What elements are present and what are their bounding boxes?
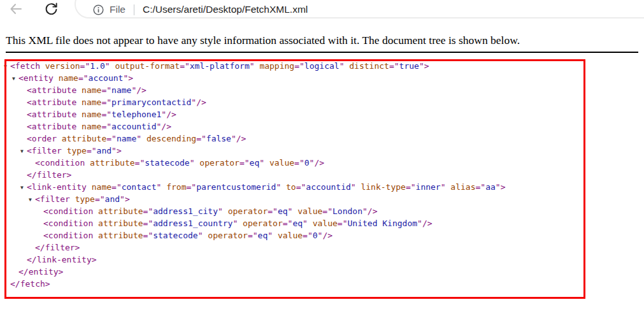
collapse-arrow-icon[interactable]: ▼ [20, 145, 27, 157]
xml-tag-token [76, 110, 82, 119]
page-info-icon[interactable] [93, 4, 104, 15]
collapse-arrow-icon[interactable]: ▼ [12, 73, 18, 85]
xml-tag-token: " [417, 219, 422, 228]
xml-tag-token: =" [80, 61, 90, 71]
xml-tag-token: " [198, 231, 203, 240]
url-text[interactable]: C:/Users/areti/Desktop/FetchXML.xml [143, 4, 308, 15]
xml-tag-token: <condition [43, 206, 93, 216]
xml-attr-value-token: address1_city [153, 206, 218, 216]
collapse-arrow-icon[interactable]: ▼ [4, 61, 10, 73]
xml-attr-value-token: eq [292, 219, 303, 228]
xml-attr-value-token: telephone1 [111, 110, 161, 119]
xml-tag-token [281, 182, 286, 192]
xml-tag-token: <condition [35, 158, 85, 168]
xml-attr-value-token: eq [250, 158, 260, 168]
xml-tag-token: </entity> [18, 267, 63, 276]
xml-tag-token: =" [143, 206, 154, 216]
xml-attr-name-token: value [297, 206, 322, 216]
xml-attr-value-token: xml-platform [190, 61, 250, 71]
xml-attr-name-token: operator [208, 231, 248, 240]
file-scheme-label: File [110, 4, 125, 15]
collapse-arrow-icon[interactable]: ▼ [20, 182, 27, 194]
xml-tag-token: " [303, 219, 308, 228]
xml-tag-token: <condition [43, 231, 93, 240]
xml-tag-token: " [120, 194, 125, 204]
xml-line: <condition attribute="statecode" operato… [0, 229, 644, 241]
xml-attr-value-token: address1_country [153, 219, 233, 228]
xml-tag-token [93, 231, 98, 240]
xml-tag-token: =" [111, 182, 122, 192]
xml-tag-token: <fetch [10, 61, 40, 71]
xml-attr-name-token: type [67, 146, 87, 155]
xml-attr-value-token: United Kingdom [348, 219, 418, 228]
xml-line: <order attribute="name" descending="fals… [0, 133, 644, 145]
xml-tag-token: " [268, 231, 273, 240]
xml-tag-token: " [231, 134, 236, 143]
xml-tag-token: =" [101, 122, 111, 131]
xml-tag-token [70, 194, 75, 204]
xml-tag-token: <link-entity [27, 182, 87, 192]
xml-tag-token: " [161, 110, 166, 119]
xml-tag-token: /> [236, 134, 247, 143]
xml-attr-name-token: name [82, 122, 101, 131]
xml-tag-token: =" [322, 206, 333, 216]
xml-attr-value-token: London [333, 206, 362, 216]
xml-attr-value-token: statecode [145, 158, 189, 168]
xml-tag-token: =" [406, 182, 416, 192]
xml-tag-token [85, 158, 90, 168]
xml-tag-token: " [419, 61, 424, 71]
xml-tag-token: =" [143, 219, 154, 228]
xml-tag-token: =" [95, 194, 105, 204]
xml-tag-token: =" [180, 61, 190, 71]
xml-tag-token [87, 182, 92, 192]
xml-attr-name-token: name [82, 110, 101, 119]
xml-tag-token: <filter [27, 146, 62, 155]
xml-attr-name-token: name [82, 85, 101, 95]
xml-attr-name-token: attribute [62, 134, 106, 143]
xml-tag-token [93, 219, 98, 228]
xml-tag-token: /> [368, 206, 378, 216]
xml-tag-token: /> [136, 85, 147, 95]
xml-tag-token: /> [322, 231, 333, 240]
xml-attr-value-token: 1.0 [90, 61, 104, 71]
xml-tag-token: " [111, 146, 117, 155]
xml-line: ▼<link-entity name="contact" from="paren… [0, 181, 644, 193]
xml-attr-value-token: eq [258, 231, 268, 240]
xml-line: <condition attribute="statecode" operato… [0, 157, 644, 169]
xml-tag-token [76, 122, 82, 131]
xml-tag-token [76, 85, 82, 95]
xml-tag-token: /> [314, 158, 324, 168]
xml-attr-name-token: value [269, 158, 294, 168]
xml-tag-token: " [218, 206, 223, 216]
xml-tag-token: =" [268, 206, 278, 216]
xml-tag-token: =" [248, 231, 258, 240]
xml-tag-token [40, 61, 45, 71]
xml-tag-token: > [128, 73, 133, 83]
xml-attr-name-token: name [82, 97, 101, 107]
xml-attr-value-token: primarycontactid [111, 97, 191, 107]
xml-attr-value-token: false [206, 134, 231, 143]
xml-tag-token: " [250, 61, 255, 71]
xml-tag-token: /> [422, 219, 433, 228]
xml-attr-value-token: aa [485, 182, 496, 192]
xml-attr-value-token: 0 [313, 231, 318, 240]
xml-line: <attribute name="name"/> [0, 84, 644, 96]
xml-attr-name-token: operator [243, 219, 283, 228]
xml-tag-token: > [117, 146, 122, 155]
collapse-arrow-icon[interactable]: ▼ [29, 194, 35, 206]
xml-tag-token: =" [303, 231, 313, 240]
xml-tag-token: /> [161, 122, 171, 131]
reload-button-icon[interactable] [44, 1, 59, 16]
xml-tag-token [93, 206, 98, 216]
back-button-icon[interactable] [8, 1, 24, 17]
xml-tag-token: =" [338, 219, 348, 228]
xml-line: </link-entity> [0, 254, 644, 266]
xml-attr-value-token: contact [122, 182, 157, 192]
xml-tag-token: > [501, 182, 506, 192]
no-style-message: This XML file does not appear to have an… [6, 34, 638, 53]
xml-tag-token: =" [186, 182, 196, 192]
xml-attr-value-token: account [89, 73, 124, 83]
xml-attr-name-token: version [45, 61, 80, 71]
xml-attr-name-token: operator [228, 206, 268, 216]
xml-tag-token: =" [389, 61, 399, 71]
